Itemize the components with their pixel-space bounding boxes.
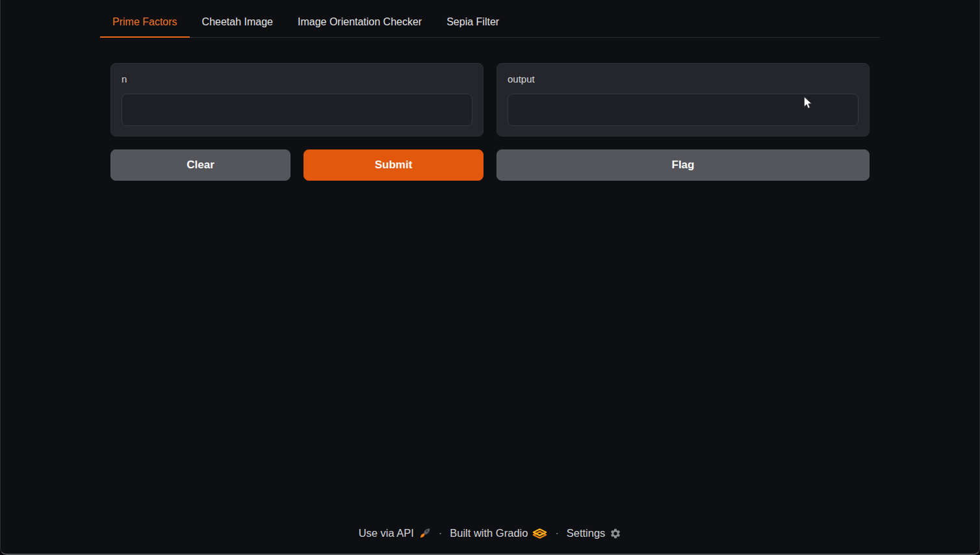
gear-icon <box>610 528 621 539</box>
footer-separator-2: · <box>553 528 560 539</box>
output-panel: output <box>496 63 870 136</box>
use-via-api-link[interactable]: Use via API <box>359 527 431 539</box>
input-label: n <box>122 74 472 85</box>
rocket-icon <box>419 527 431 539</box>
tab-sepia-filter[interactable]: Sepia Filter <box>434 8 511 38</box>
empty-space <box>100 181 880 527</box>
clear-button[interactable]: Clear <box>110 149 290 181</box>
use-via-api-label: Use via API <box>359 527 414 539</box>
settings-link[interactable]: Settings <box>567 527 622 539</box>
input-panel: n <box>110 63 484 136</box>
tab-bar: Prime Factors Cheetah Image Image Orient… <box>100 8 880 38</box>
output-textbox[interactable] <box>508 94 858 126</box>
n-input[interactable] <box>122 94 472 126</box>
footer-separator-1: · <box>437 528 444 539</box>
gradio-app-container: Prime Factors Cheetah Image Image Orient… <box>100 0 880 554</box>
footer: Use via API · Built with Gradio <box>100 527 880 554</box>
app-window: Prime Factors Cheetah Image Image Orient… <box>0 0 980 555</box>
flag-button[interactable]: Flag <box>496 149 870 181</box>
tab-prime-factors[interactable]: Prime Factors <box>100 8 190 38</box>
output-label: output <box>508 74 858 85</box>
tab-cheetah-image[interactable]: Cheetah Image <box>190 8 285 38</box>
tab-panel-prime-factors: n output Clear Submit Flag <box>100 63 880 181</box>
built-with-gradio-link[interactable]: Built with Gradio <box>450 527 547 539</box>
submit-button[interactable]: Submit <box>303 149 484 181</box>
tab-image-orientation-checker[interactable]: Image Orientation Checker <box>285 8 434 38</box>
clear-submit-group: Clear Submit <box>110 149 484 181</box>
settings-label: Settings <box>567 527 606 539</box>
built-with-gradio-label: Built with Gradio <box>450 527 528 539</box>
gradio-logo-icon <box>532 528 547 539</box>
